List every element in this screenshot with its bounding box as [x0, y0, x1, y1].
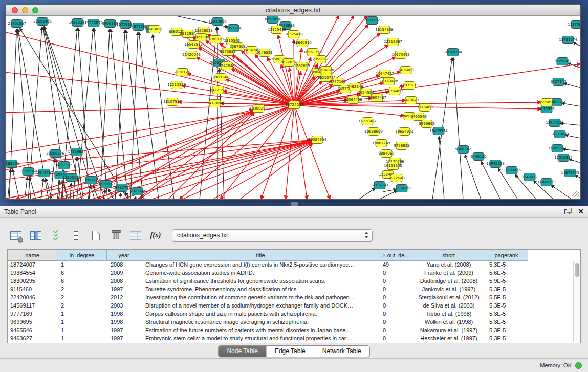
table-row[interactable]: 946554611997Estimation of the future num…	[8, 326, 580, 335]
graph-node[interactable]: 9756928	[396, 142, 408, 150]
table-row[interactable]: 1830029562008Estimation of significance …	[8, 277, 580, 286]
graph-node[interactable]: 9466160	[104, 19, 116, 28]
column-header-title[interactable]: title	[141, 250, 380, 261]
graph-node[interactable]: 7663822	[149, 25, 161, 33]
graph-node[interactable]: 19384554	[312, 136, 323, 144]
graph-node[interactable]: 16033809	[212, 17, 224, 26]
graph-node[interactable]: 9884067	[381, 149, 393, 158]
table-row[interactable]: 1938455462009Genome-wide association stu…	[8, 269, 580, 277]
table-row[interactable]: 946362711997Embryonic stem cells: a mode…	[8, 335, 580, 343]
graph-node[interactable]: 20206576	[50, 149, 61, 158]
graph-node[interactable]: 9242848	[221, 62, 233, 70]
window-resize-grip[interactable]	[572, 191, 579, 198]
graph-node[interactable]: 17016534	[558, 154, 570, 162]
graph-node[interactable]: 16210643	[554, 130, 566, 138]
graph-node[interactable]: 18325419	[288, 30, 300, 38]
graph-node[interactable]: 20364456	[347, 96, 359, 104]
graph-node[interactable]: 19654923	[399, 127, 410, 136]
graph-node[interactable]: 14136141	[374, 181, 386, 189]
graph-node[interactable]: 10807487	[372, 94, 383, 102]
graph-node[interactable]: 8822037	[283, 58, 295, 67]
graph-node[interactable]: 16409534	[433, 127, 445, 135]
graph-node[interactable]: 21401557	[11, 19, 23, 28]
table-row[interactable]: 977716911998Corpus callosum shape and si…	[8, 310, 580, 318]
column-header-name[interactable]: name	[8, 250, 57, 261]
modify-table-icon[interactable]	[8, 228, 24, 243]
graph-node[interactable]: 16782759	[116, 184, 128, 192]
graph-node[interactable]: 9445120	[473, 152, 485, 161]
graph-node[interactable]: 7955812	[315, 55, 326, 63]
graph-node[interactable]: 20691406	[37, 17, 49, 26]
graph-node[interactable]: 9699695	[421, 120, 433, 128]
graph-node[interactable]: 18724007	[289, 101, 300, 109]
float-panel-icon[interactable]	[564, 208, 572, 215]
graph-node[interactable]: 8427552	[212, 86, 224, 94]
graph-node[interactable]: 1595856	[541, 98, 553, 106]
splitter-handle[interactable]	[291, 202, 298, 206]
graph-node[interactable]: 8454749	[246, 46, 258, 54]
graph-node[interactable]: 16648794	[447, 48, 459, 56]
table-row[interactable]: 1872400712008Changes of HCN gene express…	[8, 261, 580, 269]
graph-node[interactable]: 9068342	[458, 145, 469, 154]
graph-node[interactable]: 10953287	[72, 18, 84, 27]
column-header-short[interactable]: short	[412, 250, 485, 261]
graph-node[interactable]: 15692971	[552, 144, 563, 152]
graph-node[interactable]: 9463627	[405, 96, 417, 104]
graph-node[interactable]: 8186328	[210, 35, 222, 43]
column-header-pagerank[interactable]: pagerank	[485, 250, 528, 261]
graph-node[interactable]: 9115460	[419, 103, 431, 112]
column-header-year[interactable]: year	[107, 250, 141, 261]
window-titlebar[interactable]: citations_edges.txt	[6, 5, 580, 16]
graph-node[interactable]: 11289456	[506, 166, 518, 174]
graph-node[interactable]: 11175034	[571, 20, 581, 29]
graph-node[interactable]: 7857224	[228, 24, 239, 32]
graph-node[interactable]: 12213383	[171, 81, 183, 89]
graph-node[interactable]: 17957223	[85, 176, 97, 184]
graph-node[interactable]: 12125439	[271, 26, 283, 34]
graph-node[interactable]: 9175685	[222, 48, 234, 56]
graph-node[interactable]: 12942757	[38, 169, 50, 177]
graph-node[interactable]: 7485083	[400, 66, 412, 74]
graph-node[interactable]: 9097587	[58, 161, 70, 169]
graph-node[interactable]: 7462646	[350, 83, 361, 91]
graph-node[interactable]: 12045333	[541, 178, 553, 186]
table-row[interactable]: 969969511998Structural magnetic resonanc…	[8, 318, 580, 326]
graph-node[interactable]: 2718126	[177, 68, 188, 76]
graph-node[interactable]: 9417004	[209, 99, 221, 107]
table-row[interactable]: 1456911722003Disruption of a novel membe…	[8, 302, 580, 310]
graph-node[interactable]: 6794028	[320, 66, 332, 74]
column-header-in_degree[interactable]: in_degree	[57, 250, 107, 261]
graph-node[interactable]: 9154469	[389, 87, 401, 95]
network-view-window[interactable]: citations_edges.txt 21401557206914061095…	[5, 4, 581, 200]
graph-node[interactable]: 18640910	[297, 39, 309, 47]
network-canvas[interactable]: 2140155720691406109532871527607294661601…	[6, 16, 580, 199]
graph-node[interactable]: 9129946	[557, 57, 569, 65]
graph-node[interactable]: 10688609	[368, 127, 380, 136]
graph-node[interactable]: 15720407	[362, 117, 374, 125]
graph-node[interactable]: 16163420	[383, 77, 395, 85]
graph-node[interactable]: 10647427	[379, 70, 391, 78]
graph-node[interactable]: 10945218	[490, 160, 502, 168]
row-pair-icon[interactable]	[68, 228, 83, 243]
graph-node[interactable]: 9227343	[553, 78, 564, 86]
table-row[interactable]: 2242004622012Investigating the contribut…	[8, 294, 580, 302]
column-header-out_de[interactable]: △out_de…	[380, 250, 412, 261]
graph-node[interactable]: 17359924	[71, 148, 83, 156]
delete-icon[interactable]	[108, 228, 123, 243]
function-icon[interactable]: f(x)	[148, 228, 163, 243]
select-column-icon[interactable]	[28, 228, 43, 243]
graph-node[interactable]: 16961758	[307, 48, 319, 56]
scrollbar-thumb[interactable]	[575, 263, 579, 277]
graph-node[interactable]: 22420046	[186, 51, 198, 59]
graph-node[interactable]: 14671368	[133, 23, 144, 31]
graph-node[interactable]: 10973493	[395, 51, 407, 59]
graph-node[interactable]: 13505135	[66, 173, 78, 182]
network-select[interactable]: citations_edges.txt	[172, 229, 373, 242]
tab-node-table[interactable]: Node Table	[219, 346, 267, 357]
graph-node[interactable]: 2087682	[366, 16, 378, 25]
graph-node[interactable]: 12923446	[132, 187, 143, 195]
graph-node[interactable]: 10958167	[100, 180, 112, 188]
graph-node[interactable]: 16543812	[188, 40, 200, 49]
table-row[interactable]: 911546021997Tourette syndrome. Phenomeno…	[8, 286, 580, 294]
graph-node[interactable]: 16151520	[387, 162, 399, 170]
